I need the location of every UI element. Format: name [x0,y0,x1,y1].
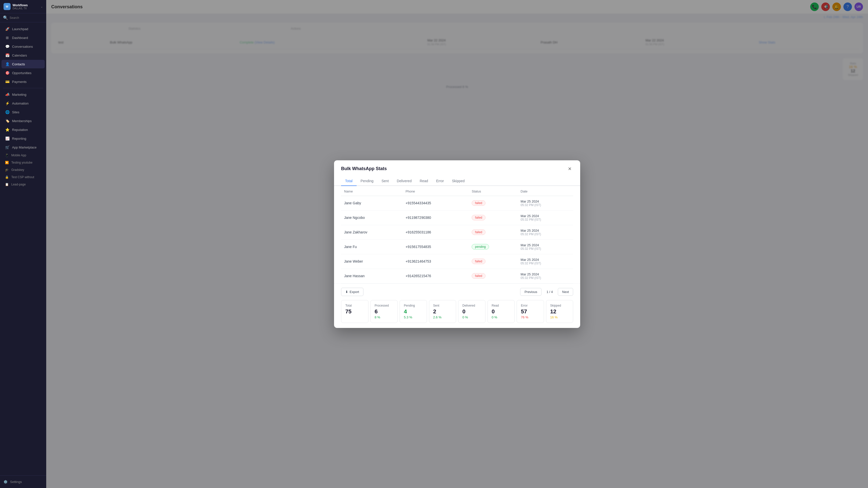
status-badge-failed: failed [472,230,486,235]
sidebar-header: W Workflows DALLAS, TX ⌄ [0,0,46,13]
automation-icon: ⚡ [5,101,9,105]
cell-phone: +915617554835 [403,240,469,254]
sites-icon: 🌐 [5,110,9,114]
mobile-app-icon: 📱 [5,154,9,157]
dashboard-icon: ⊞ [5,36,9,40]
table-row: Jane Zakharov +916255031186 failed Mar 2… [341,225,573,240]
export-button[interactable]: ⬇ Export [341,288,364,296]
modal-table-container: Name Phone Status Date Jane Gaby +915544… [334,186,580,283]
sidebar-item-conversations[interactable]: 💬 Conversations [1,42,45,51]
cell-date: Mar 25 202405:32 PM (IST) [518,196,573,210]
cell-status: failed [469,210,518,225]
tab-error[interactable]: Error [432,176,448,186]
table-row: Jane Hassan +914265215476 failed Mar 25 … [341,269,573,283]
cell-phone: +915544334435 [403,196,469,210]
sidebar-item-label: Reporting [12,137,26,141]
status-badge-failed: failed [472,273,486,279]
stat-skipped-value: 12 [550,308,569,315]
sidebar-item-label: Marketing [12,93,26,96]
sidebar-item-opportunities[interactable]: 🎯 Opportunities [1,69,45,77]
status-badge-pending: pending [472,244,489,249]
search-icon: 🔍 [3,15,8,20]
launchpad-icon: 🚀 [5,27,9,31]
sidebar-item-label: Sites [12,110,19,114]
cell-name: Jane Ngcobo [341,210,403,225]
tab-delivered[interactable]: Delivered [393,176,416,186]
sidebar-item-label: Gradskey [11,168,24,172]
tab-skipped[interactable]: Skipped [448,176,469,186]
tab-total[interactable]: Total [341,176,356,186]
sidebar: W Workflows DALLAS, TX ⌄ 🔍 ⌘K › 🚀 Launch… [0,0,46,488]
tab-pending[interactable]: Pending [356,176,377,186]
next-button[interactable]: Next [558,288,573,296]
cell-date: Mar 25 202405:32 PM (IST) [518,240,573,254]
status-badge-failed: failed [472,258,486,264]
sidebar-item-testing-youtube[interactable]: ▶️ Testing youtube [1,159,45,166]
sidebar-footer: ⚙️ Settings [0,476,46,488]
sidebar-item-dashboard[interactable]: ⊞ Dashboard [1,33,45,42]
stat-read-label: Read [492,304,510,307]
sidebar-item-label: Test CSP without [11,175,34,179]
sidebar-item-lead-page[interactable]: 📋 Lead-page [1,181,45,188]
stat-processed-pct: 8 % [375,315,394,319]
marketing-icon: 📣 [5,92,9,96]
sidebar-item-gradskey[interactable]: 🎓 Gradskey [1,166,45,173]
main-content: Conversations 📞 📢 🔔 ? UR t, Feb 24th - W… [46,0,868,488]
modal-overlay: Bulk WhatsApp Stats ✕ Total Pending Sent… [46,0,868,488]
export-icon: ⬇ [345,290,348,294]
table-row: Jane Fu +915617554835 pending Mar 25 202… [341,240,573,254]
sidebar-item-sites[interactable]: 🌐 Sites [1,108,45,116]
sidebar-item-contacts[interactable]: 👤 Contacts [1,60,45,68]
previous-button[interactable]: Previous [520,288,541,296]
sidebar-item-label: Reputation [12,128,28,132]
sidebar-item-label: Memberships [12,119,32,123]
sidebar-item-mobile-app[interactable]: 📱 Mobile App [1,152,45,159]
sidebar-item-marketing[interactable]: 📣 Marketing [1,90,45,99]
tab-sent[interactable]: Sent [377,176,393,186]
sidebar-item-label: App Marketplace [12,146,37,149]
stat-sent: Sent 2 2.6 % [429,300,456,323]
stat-processed-label: Processed [375,304,394,307]
workspace-sub: DALLAS, TX [12,7,28,10]
contacts-icon: 👤 [5,62,9,66]
sidebar-item-calendars[interactable]: 📅 Calendars [1,51,45,60]
table-row: Jane Ngcobo +911987290380 failed Mar 25 … [341,210,573,225]
workspace-chevron-icon: ⌄ [41,5,43,8]
workspace-selector[interactable]: W Workflows DALLAS, TX [3,3,28,10]
app-marketplace-icon: 🛒 [5,145,9,149]
sidebar-item-settings[interactable]: ⚙️ Settings [3,478,43,486]
tab-read[interactable]: Read [416,176,432,186]
stat-delivered-value: 0 [462,308,481,315]
sidebar-item-automation[interactable]: ⚡ Automation [1,99,45,108]
sidebar-item-payments[interactable]: 💳 Payments [1,78,45,86]
stat-sent-label: Sent [433,304,452,307]
settings-icon: ⚙️ [3,480,7,484]
cell-status: failed [469,196,518,210]
stat-delivered-label: Delivered [462,304,481,307]
cell-name: Jane Weber [341,254,403,269]
sidebar-item-reputation[interactable]: ⭐ Reputation [1,125,45,134]
sidebar-item-launchpad[interactable]: 🚀 Launchpad [1,25,45,33]
stat-read-pct: 0 % [492,315,510,319]
test-csp-icon: 🔒 [5,175,9,179]
sidebar-item-test-csp[interactable]: 🔒 Test CSP without [1,174,45,181]
sidebar-item-memberships[interactable]: 🏷️ Memberships [1,117,45,125]
col-name: Name [341,186,403,196]
modal-footer: ⬇ Export Previous 1 / 4 Next [334,283,580,300]
stat-delivered-pct: 0 % [462,315,481,319]
pagination: Previous 1 / 4 Next [520,288,573,296]
stat-processed-value: 6 [375,308,394,315]
stat-total: Total 75 [341,300,368,323]
sidebar-item-reporting[interactable]: 📈 Reporting [1,134,45,143]
search-input[interactable] [9,16,46,20]
modal-close-button[interactable]: ✕ [566,165,573,172]
payments-icon: 💳 [5,80,9,84]
stat-pending-label: Pending [404,304,423,307]
sidebar-item-label: Contacts [12,62,25,66]
sidebar-item-app-marketplace[interactable]: 🛒 App Marketplace [1,143,45,152]
sidebar-search[interactable]: 🔍 ⌘K › [0,13,46,22]
modal-tabs: Total Pending Sent Delivered Read Error … [334,176,580,186]
col-status: Status [469,186,518,196]
col-phone: Phone [403,186,469,196]
table-body: Jane Gaby +915544334435 failed Mar 25 20… [341,196,573,283]
